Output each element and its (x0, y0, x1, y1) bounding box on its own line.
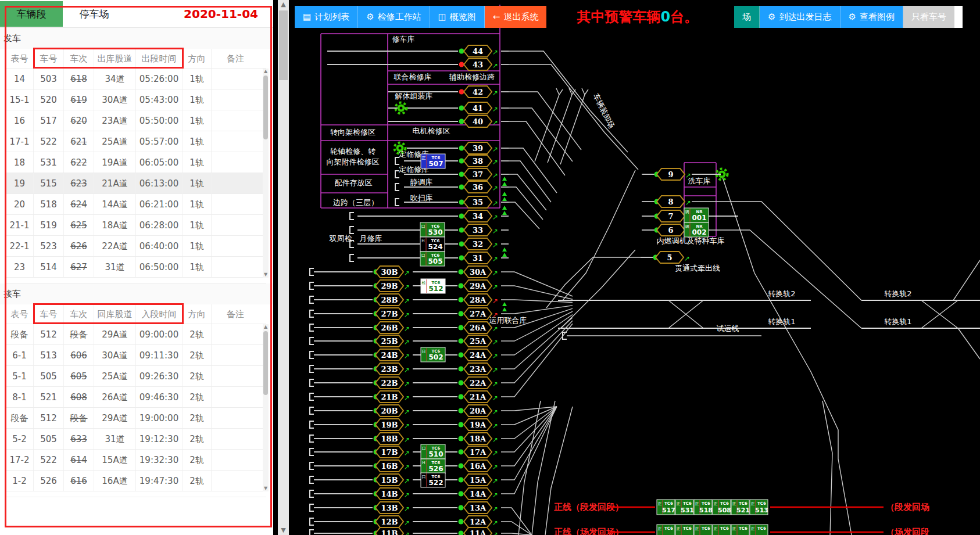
route-arrow-icon: ↗ (404, 338, 410, 346)
table-row[interactable]: 1951562321A道06:13:001轨 (6, 173, 266, 194)
fan-line (501, 407, 557, 439)
scrollbar-thumb[interactable] (263, 331, 268, 395)
toolbar-right-button-2[interactable]: ⚙查看图例 (840, 6, 903, 28)
train-box-521[interactable]: 正TC6521 (731, 500, 750, 515)
tab-parking[interactable]: 停车场 (63, 1, 126, 27)
table-cell (212, 110, 259, 131)
route-arrow-icon: ↗ (404, 352, 410, 360)
train-box-[interactable]: 正TC6 (731, 525, 749, 535)
train-box-510[interactable]: 口TC6510 (421, 444, 445, 459)
train-box-517[interactable]: 正TC6517 (657, 500, 675, 515)
route-arrow-icon: ↗ (492, 145, 498, 153)
track-end-stub (310, 435, 314, 442)
track-number-text: 24B (381, 351, 398, 360)
scroll-down-arrow[interactable]: ▼ (263, 272, 269, 278)
area-label: 双周检、月修库 (329, 234, 382, 243)
table-row[interactable]: 段备512段备29A道09:00:002轨 (6, 324, 266, 345)
train-number: 510 (428, 450, 443, 458)
table-row[interactable]: 1651762023A道05:50:001轨 (6, 110, 266, 131)
table-cell (212, 387, 259, 407)
table-row[interactable]: 17-252261415A道19:32:302轨 (6, 450, 266, 471)
train-type: TC6 (702, 526, 710, 531)
train-box-513[interactable]: 正TC6513 (750, 500, 768, 515)
toolbar-button-2[interactable]: ◫概览图 (430, 6, 485, 28)
track-number-text: 11A (470, 529, 487, 535)
table-row[interactable]: 1-252661616A道19:47:302轨 (6, 471, 266, 491)
toolbar-button-3[interactable]: ←退出系统 (485, 6, 547, 28)
train-box-[interactable]: 正TC6 (657, 525, 675, 535)
train-box-518[interactable]: 正TC6518 (694, 500, 713, 515)
train-box-002[interactable]: 调NR002 (684, 222, 709, 237)
table-cell: 517 (34, 110, 64, 131)
page-scrollbar[interactable]: ▲ ▼ (278, 0, 289, 535)
track-number-text: 12A (470, 518, 487, 526)
throat-line (509, 51, 628, 152)
track-number-text: 26A (470, 324, 487, 332)
table-row[interactable]: 15-152061930A道05:43:001轨 (6, 89, 266, 110)
route-arrow-icon: ↗ (492, 338, 498, 346)
train-box-512[interactable]: 检TC6512 (421, 279, 445, 293)
train-number: 001 (692, 214, 706, 222)
throat-line (509, 161, 551, 202)
table-cell: 16A道 (94, 471, 136, 491)
train-box-505[interactable]: 口TC6505 (420, 252, 445, 266)
table-cell: 段备 (64, 408, 94, 428)
table-cell: 19 (6, 173, 34, 193)
route-arrow-icon: ↗ (404, 422, 410, 430)
train-box-[interactable]: 正TC6 (694, 525, 712, 535)
train-box-526[interactable]: HTC6526 (421, 459, 445, 473)
train-type: TC6 (720, 526, 729, 531)
toolbar-right-button-1[interactable]: ⚙到达出发日志 (760, 6, 840, 28)
toolbar-right-button-0[interactable]: 场 (734, 6, 760, 28)
table-row[interactable]: 2351462731道06:50:001轨 (6, 257, 266, 278)
table-cell (212, 152, 259, 173)
scrollbar-thumb[interactable] (263, 76, 268, 139)
toolbar-button-0[interactable]: ▤计划列表 (295, 6, 358, 28)
area-label: 车辆装卸场 (592, 92, 617, 130)
scroll-down-arrow[interactable]: ▼ (278, 526, 289, 535)
area-label: 转换轨1 (884, 317, 911, 326)
toolbar-button-1[interactable]: ⚙检修工作站 (358, 6, 430, 28)
table-row[interactable]: 5-150560525A道09:26:302轨 (6, 366, 266, 387)
table-cell: 520 (34, 89, 64, 110)
train-glyph: 正 (751, 526, 755, 531)
train-box-507[interactable]: 正TC6507 (421, 154, 445, 168)
train-box-001[interactable]: 调NR001 (684, 208, 709, 222)
tab-depot[interactable]: 车辆段 (0, 1, 63, 27)
toolbar-right-button-3[interactable]: 只看车号 (903, 6, 954, 28)
table-row[interactable]: 1853162219A道06:05:001轨 (6, 152, 266, 173)
train-box-524[interactable]: HTC6524 (420, 237, 445, 252)
train-box-[interactable]: 正TC6 (713, 525, 731, 535)
scroll-down-arrow[interactable]: ▼ (263, 486, 269, 491)
table-row[interactable]: 1450361834道05:26:001轨 (6, 69, 266, 89)
table-row[interactable]: 5-250563331道19:12:302轨 (6, 429, 266, 450)
table-row[interactable]: 6-151360630A道09:11:302轨 (6, 345, 266, 366)
scroll-up-arrow[interactable]: ▲ (278, 0, 289, 9)
scroll-up-arrow[interactable]: ▲ (263, 324, 269, 330)
train-box-[interactable]: 正TC6 (675, 525, 693, 535)
train-box-[interactable]: 正TC6 (750, 525, 768, 535)
table-row[interactable]: 段备512段备29A道19:00:002轨 (6, 408, 266, 429)
table-row[interactable]: 17-152262125A道05:57:001轨 (6, 131, 266, 152)
train-box-531[interactable]: 正TC6531 (675, 500, 694, 515)
track-end-stub (310, 337, 314, 344)
table-row[interactable]: 8-152160826A道09:46:302轨 (6, 387, 266, 408)
table-scrollbar[interactable]: ▲▼ (263, 324, 269, 491)
table-scrollbar[interactable]: ▲▼ (263, 69, 269, 278)
train-box-530[interactable]: 口TC6530 (420, 222, 445, 237)
train-box-522[interactable]: 口TC6522 (421, 473, 445, 487)
scroll-up-arrow[interactable]: ▲ (263, 69, 269, 74)
train-box-502[interactable]: 日TC6502 (421, 347, 445, 362)
train-box-508[interactable]: 正TC6508 (713, 500, 731, 515)
table-cell: 05:57:00 (136, 131, 183, 152)
table-cell: 2轨 (183, 345, 212, 365)
train-number: 512 (428, 285, 443, 293)
track-end-stub (350, 254, 354, 261)
track-status-dot (459, 505, 464, 511)
scrollbar-thumb[interactable] (279, 10, 288, 80)
train-glyph: 正 (732, 501, 736, 506)
route-arrow-icon: ↗ (492, 283, 498, 291)
table-row[interactable]: 22-152362622A道06:40:001轨 (6, 236, 266, 257)
table-row[interactable]: 2051862414A道06:21:001轨 (6, 194, 266, 215)
table-row[interactable]: 21-151962518A道06:28:001轨 (6, 215, 266, 236)
